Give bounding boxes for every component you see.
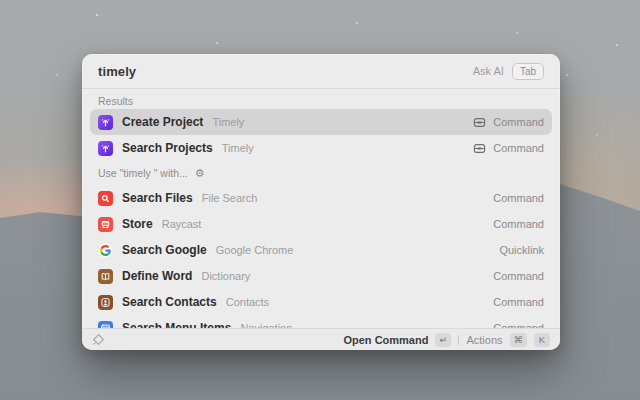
command-deck-icon xyxy=(473,116,486,129)
contacts-icon xyxy=(98,295,113,310)
timely-icon xyxy=(98,141,113,156)
return-key-badge: ↵ xyxy=(435,333,451,347)
search-input[interactable]: timely xyxy=(98,64,136,79)
item-title: Define Word xyxy=(122,269,192,283)
section-label-text: Results xyxy=(98,95,133,107)
action-bar: Open Command ↵ Actions ⌘ K xyxy=(82,328,560,350)
actions-menu-label[interactable]: Actions xyxy=(466,334,502,346)
gear-icon[interactable]: ⚙ xyxy=(195,168,205,179)
item-accessory: Command xyxy=(493,192,544,204)
item-subtitle: Timely xyxy=(212,116,244,128)
item-subtitle: Raycast xyxy=(162,218,202,230)
item-title: Search Menu Items xyxy=(122,321,231,328)
ask-ai-hint[interactable]: Ask AI xyxy=(473,65,504,77)
results-list: Results Create Project Timely Command Se… xyxy=(82,89,560,328)
item-title: Search Projects xyxy=(122,141,213,155)
list-item-create-project[interactable]: Create Project Timely Command xyxy=(90,109,552,135)
primary-action-label[interactable]: Open Command xyxy=(343,334,428,346)
item-title: Store xyxy=(122,217,153,231)
item-title: Search Google xyxy=(122,243,207,257)
search-bar: timely Ask AI Tab xyxy=(82,54,560,88)
footer-divider xyxy=(458,335,459,345)
dictionary-icon xyxy=(98,269,113,284)
list-item-search-files[interactable]: Search Files File Search Command xyxy=(90,185,552,211)
item-accessory: Command xyxy=(493,296,544,308)
section-header-results: Results xyxy=(90,92,552,109)
file-search-icon xyxy=(98,191,113,206)
raycast-logo-icon xyxy=(92,333,105,346)
item-accessory: Quicklink xyxy=(499,244,544,256)
list-item-define-word[interactable]: Define Word Dictionary Command xyxy=(90,263,552,289)
wallpaper-stars xyxy=(96,14,98,16)
list-item-search-menu-items[interactable]: Search Menu Items Navigation Command xyxy=(90,315,552,328)
list-item-search-projects[interactable]: Search Projects Timely Command xyxy=(90,135,552,161)
item-title: Create Project xyxy=(122,115,203,129)
google-icon xyxy=(98,243,113,258)
store-icon xyxy=(98,217,113,232)
item-accessory: Command xyxy=(493,116,544,128)
item-subtitle: Dictionary xyxy=(201,270,250,282)
k-key-badge: K xyxy=(534,333,550,347)
list-item-search-contacts[interactable]: Search Contacts Contacts Command xyxy=(90,289,552,315)
item-subtitle: Timely xyxy=(222,142,254,154)
list-item-search-google[interactable]: Search Google Google Chrome Quicklink xyxy=(90,237,552,263)
menu-items-icon xyxy=(98,321,113,329)
item-subtitle: Google Chrome xyxy=(216,244,294,256)
item-accessory: Command xyxy=(493,142,544,154)
section-header-use-with: Use "timely " with... ⚙ xyxy=(90,161,552,185)
item-title: Search Files xyxy=(122,191,193,205)
section-label-text: Use "timely " with... xyxy=(98,167,188,179)
list-item-store[interactable]: Store Raycast Command xyxy=(90,211,552,237)
command-deck-icon xyxy=(473,142,486,155)
item-subtitle: File Search xyxy=(202,192,258,204)
tab-key-badge: Tab xyxy=(512,63,544,80)
raycast-window: timely Ask AI Tab Results Create Project… xyxy=(82,54,560,350)
item-subtitle: Contacts xyxy=(226,296,269,308)
cmd-key-badge: ⌘ xyxy=(510,333,528,347)
item-title: Search Contacts xyxy=(122,295,217,309)
item-accessory: Command xyxy=(493,270,544,282)
timely-icon xyxy=(98,115,113,130)
item-accessory: Command xyxy=(493,218,544,230)
